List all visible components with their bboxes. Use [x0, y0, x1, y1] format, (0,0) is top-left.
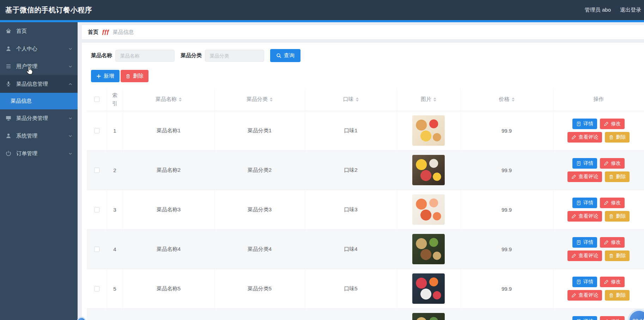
sort-arrows-icon[interactable]	[512, 97, 515, 102]
sidebar-item-dish-info-management[interactable]: 菜品信息管理	[0, 75, 78, 93]
row-delete-button[interactable]: 删除	[605, 250, 630, 261]
sidebar-item-order-management[interactable]: 订单管理	[0, 145, 78, 162]
edit-button[interactable]: 修改	[600, 119, 625, 129]
table-row: 4菜品名称4菜品分类4口味499.9 详情 修改 查看评论 删除	[87, 229, 644, 269]
table-row: 6菜品名称6菜品分类6口味699.9 详情 修改 查看评论 删除	[87, 308, 644, 320]
column-header-category[interactable]: 菜品分类	[214, 88, 305, 111]
dish-photo-brunch-plates-dark	[412, 155, 445, 185]
edit-button[interactable]: 修改	[600, 316, 625, 320]
sort-arrows-icon[interactable]	[356, 97, 359, 102]
add-button[interactable]: 新增	[91, 70, 120, 82]
cell-dish-name: 菜品名称2	[123, 150, 214, 190]
row-delete-button[interactable]: 删除	[605, 171, 630, 182]
dish-photo-salmon-sashimi	[412, 194, 445, 225]
cell-index: 5	[107, 269, 123, 308]
dish-photo-sashimi-platter	[412, 273, 445, 304]
cell-dish-category: 菜品分类1	[214, 111, 305, 150]
cell-dish-name: 菜品名称3	[123, 190, 214, 229]
pencil-icon	[571, 174, 576, 179]
sidebar-item-system-management[interactable]: 系统管理	[0, 127, 78, 145]
plus-icon	[96, 74, 101, 79]
cell-dish-name: 菜品名称4	[123, 229, 214, 269]
chevron-down-icon	[68, 134, 73, 138]
row-checkbox[interactable]	[94, 247, 99, 252]
accent-strip	[0, 20, 644, 22]
sidebar-item-user-management[interactable]: 用户管理	[0, 58, 78, 75]
breadcrumb-separator-icon: ƒƒƒ	[102, 29, 109, 36]
user-icon	[5, 46, 12, 52]
sort-arrows-icon[interactable]	[433, 97, 436, 102]
main-content: 首页 ƒƒƒ 菜品信息 菜品名称 菜品分类 查询 新增 删除	[78, 22, 644, 320]
edit-button[interactable]: 修改	[600, 277, 625, 287]
edit-button[interactable]: 修改	[600, 237, 625, 248]
delete-button[interactable]: 删除	[121, 70, 148, 82]
detail-button[interactable]: 详情	[572, 158, 597, 169]
sidebar-item-home[interactable]: 首页	[0, 22, 78, 40]
edit-button[interactable]: 修改	[600, 198, 625, 208]
cell-taste: 口味1	[305, 111, 397, 150]
logout-link[interactable]: 退出登录	[620, 7, 641, 13]
row-checkbox[interactable]	[94, 207, 99, 212]
detail-button[interactable]: 详情	[572, 316, 597, 320]
view-comments-button[interactable]: 查看评论	[567, 132, 602, 143]
dish-category-input[interactable]	[205, 50, 264, 62]
table-body: 1菜品名称1菜品分类1口味199.9 详情 修改 查看评论 删除 2菜品名称2菜…	[87, 111, 644, 320]
chevron-down-icon	[68, 116, 73, 121]
detail-button[interactable]: 详情	[572, 237, 597, 248]
view-comments-button[interactable]: 查看评论	[567, 171, 602, 182]
breadcrumb-home-link[interactable]: 首页	[88, 29, 98, 36]
column-header-taste[interactable]: 口味	[305, 88, 397, 111]
column-header-name[interactable]: 菜品名称	[123, 88, 214, 111]
select-all-checkbox[interactable]	[94, 97, 99, 102]
sort-arrows-icon[interactable]	[179, 97, 182, 102]
dish-table: 索引菜品名称菜品分类口味图片价格操作 1菜品名称1菜品分类1口味199.9 详情…	[87, 88, 644, 320]
edit-button[interactable]: 修改	[600, 158, 625, 169]
topbar: 基于微信的手机订餐小程序 管理员 abo 退出登录	[0, 0, 644, 20]
row-checkbox[interactable]	[94, 286, 99, 291]
cell-dish-category: 菜品分类5	[214, 269, 305, 308]
pencil-icon	[571, 293, 576, 298]
row-delete-button[interactable]: 删除	[605, 290, 630, 301]
sidebar-item-personal-center[interactable]: 个人中心	[0, 40, 78, 58]
view-comments-button[interactable]: 查看评论	[567, 250, 602, 261]
table-header: 索引菜品名称菜品分类口味图片价格操作	[87, 88, 644, 111]
breadcrumb-current: 菜品信息	[113, 29, 134, 36]
sidebar-item-dish-category-management[interactable]: 菜品分类管理	[0, 109, 78, 127]
column-header-index: 索引	[107, 88, 123, 111]
cell-dish-name: 菜品名称1	[123, 111, 214, 150]
sidebar-item-label: 用户管理	[16, 63, 37, 70]
detail-button[interactable]: 详情	[572, 277, 597, 287]
column-header-image[interactable]: 图片	[397, 88, 460, 111]
view-comments-button[interactable]: 查看评论	[567, 290, 602, 301]
dish-name-input[interactable]	[115, 50, 175, 62]
sort-arrows-icon[interactable]	[270, 97, 273, 102]
view-comments-button[interactable]: 查看评论	[567, 211, 602, 222]
document-icon	[576, 161, 581, 166]
cell-dish-category: 菜品分类6	[214, 308, 305, 320]
mic-icon	[5, 81, 12, 87]
row-checkbox[interactable]	[94, 128, 99, 133]
cell-taste: 口味2	[305, 150, 397, 190]
cell-dish-category: 菜品分类4	[214, 229, 305, 269]
list-icon	[5, 63, 12, 70]
power-icon	[5, 150, 12, 157]
dish-photo-herb-dish-dark	[412, 313, 445, 320]
cell-taste: 口味6	[305, 308, 397, 320]
document-icon	[576, 240, 581, 245]
sidebar-item-label: 个人中心	[16, 46, 37, 52]
cell-price: 99.9	[460, 150, 553, 190]
sidebar-subitem-dish-info[interactable]: 菜品信息	[0, 93, 78, 109]
cell-price: 99.9	[460, 111, 553, 150]
cell-dish-category: 菜品分类3	[214, 190, 305, 229]
detail-button[interactable]: 详情	[572, 198, 597, 208]
search-button[interactable]: 查询	[270, 49, 300, 62]
row-checkbox[interactable]	[94, 168, 99, 173]
detail-button[interactable]: 详情	[572, 119, 597, 129]
column-header-price[interactable]: 价格	[460, 88, 553, 111]
row-delete-button[interactable]: 删除	[605, 211, 630, 222]
cell-dish-name: 菜品名称5	[123, 269, 214, 308]
cell-index: 1	[107, 111, 123, 150]
row-delete-button[interactable]: 删除	[605, 132, 630, 143]
trash-icon	[609, 135, 614, 140]
pencil-icon	[604, 279, 609, 284]
